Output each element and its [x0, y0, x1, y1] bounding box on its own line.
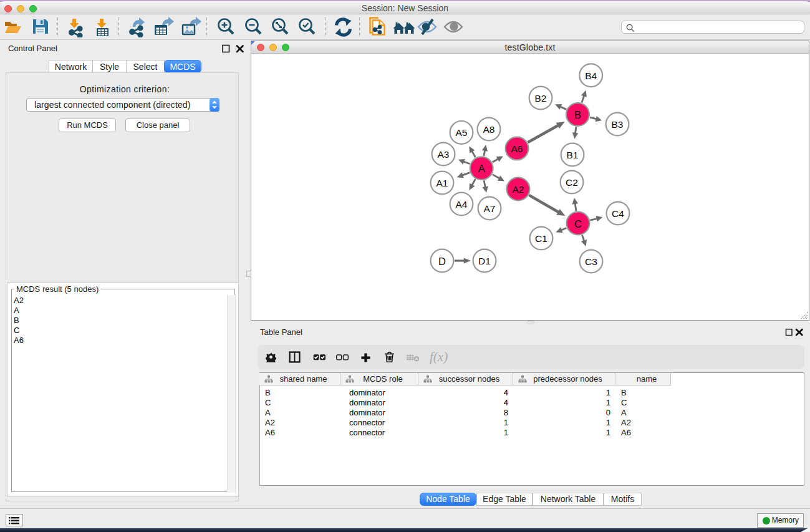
svg-text:C: C [574, 218, 582, 230]
svg-text:A: A [478, 163, 485, 174]
svg-text:A6: A6 [511, 143, 523, 154]
svg-text:C2: C2 [566, 177, 578, 188]
svg-text:D: D [438, 256, 446, 267]
svg-text:A7: A7 [484, 203, 496, 214]
svg-text:A3: A3 [438, 149, 450, 160]
svg-text:A1: A1 [436, 178, 448, 188]
svg-text:D1: D1 [478, 256, 491, 266]
svg-text:B3: B3 [612, 119, 624, 130]
svg-text:B4: B4 [585, 70, 597, 81]
svg-text:A2: A2 [513, 184, 524, 195]
svg-text:B1: B1 [567, 150, 579, 160]
svg-text:B2: B2 [535, 93, 547, 104]
svg-text:B: B [574, 109, 581, 120]
svg-text:A5: A5 [456, 127, 468, 138]
svg-text:C3: C3 [585, 256, 597, 267]
svg-text:C1: C1 [535, 233, 547, 244]
svg-text:C4: C4 [612, 208, 624, 219]
svg-text:A4: A4 [456, 199, 468, 210]
svg-text:A8: A8 [483, 124, 495, 135]
